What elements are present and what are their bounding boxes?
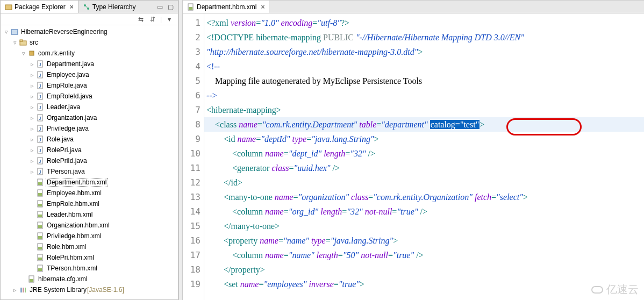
line-number: 18 — [183, 262, 204, 277]
expand-icon[interactable]: ▹ — [28, 72, 36, 78]
collapse-all-icon[interactable]: ⇆ — [137, 15, 145, 24]
hbm-icon — [187, 3, 195, 11]
tree-item[interactable]: ▿src — [1, 37, 178, 48]
tree-item[interactable]: Leader.hbm.xml — [1, 209, 178, 220]
expand-icon[interactable]: ▹ — [11, 287, 19, 294]
minimize-icon[interactable]: ▭ — [155, 3, 164, 11]
tree-item[interactable]: ▹JEmployee.java — [1, 69, 178, 80]
splitter[interactable] — [178, 0, 183, 300]
tree-item[interactable]: ▹JRolePri.java — [1, 145, 178, 155]
close-icon[interactable]: × — [261, 3, 264, 11]
token: </property> — [206, 265, 265, 274]
tree-item[interactable]: Department.hbm.xml — [1, 177, 178, 188]
code-line[interactable]: <many-to-one name="organization" class="… — [204, 190, 644, 204]
expand-icon[interactable]: ▹ — [28, 115, 36, 122]
line-gutter: 12345678910111213141516171819 — [183, 13, 204, 300]
code-line[interactable]: <generator class="uuid.hex" /> — [204, 161, 644, 175]
tree-item[interactable]: ▹JPriviledge.java — [1, 123, 178, 134]
tree-item[interactable]: ▿HibernateReverseEngineering — [1, 26, 178, 37]
code-line[interactable]: "http://hibernate.sourceforge.net/hibern… — [204, 45, 644, 59]
tree-item[interactable]: hibernate.cfg.xml — [1, 274, 178, 284]
expand-icon[interactable]: ▹ — [28, 104, 36, 111]
tree-item-label: Leader.java — [46, 103, 81, 111]
tree-item[interactable]: TPerson.hbm.xml — [1, 263, 178, 274]
library-icon — [19, 285, 27, 294]
code-line[interactable]: </property> — [204, 262, 644, 277]
tree-item-label: Department.java — [46, 60, 95, 68]
code-line[interactable]: <!-- — [204, 59, 644, 74]
tab-package-explorer[interactable]: Package Explorer × — [1, 1, 78, 13]
code-line[interactable]: <hibernate-mapping> — [204, 103, 644, 117]
tree-item[interactable]: ▹JDepartment.java — [1, 59, 178, 69]
code-line[interactable]: <?xml version="1.0" encoding="utf-8"?> — [204, 16, 644, 30]
svg-rect-4 — [11, 30, 18, 34]
code-line[interactable]: <!DOCTYPE hibernate-mapping PUBLIC "-//H… — [204, 30, 644, 45]
tree-item[interactable]: Priviledge.hbm.xml — [1, 231, 178, 241]
token: </many-to-one> — [206, 222, 280, 231]
java-icon: J — [36, 60, 45, 68]
view-menu-icon[interactable]: ▾ — [165, 15, 174, 24]
tree-item[interactable]: ▹JRE System Library [JavaSE-1.6] — [1, 284, 178, 295]
token: class — [351, 192, 368, 202]
expand-icon[interactable]: ▹ — [28, 61, 36, 68]
code-line[interactable]: <id name="deptId" type="java.lang.String… — [204, 132, 644, 146]
code-line[interactable]: <column name="name" length="50" not-null… — [204, 248, 644, 262]
package-tree[interactable]: ▿HibernateReverseEngineering▿src▿com.rk.… — [1, 25, 178, 299]
tree-item[interactable]: ▿com.rk.entity — [1, 48, 178, 59]
code-line[interactable]: <column name="org_id" length="32" not-nu… — [204, 204, 644, 219]
expand-icon[interactable]: ▹ — [28, 82, 36, 89]
tree-item[interactable]: ▹JEmpRole.java — [1, 80, 178, 91]
java-icon: J — [36, 92, 45, 101]
token: type — [292, 134, 306, 144]
code-line[interactable]: <set name="employees" inverse="true"> — [204, 277, 644, 291]
tree-item[interactable]: Role.hbm.xml — [1, 241, 178, 252]
tree-item[interactable]: ▹JTPerson.java — [1, 166, 178, 177]
tree-item[interactable]: Organization.hbm.xml — [1, 220, 178, 231]
expand-icon[interactable]: ▹ — [28, 158, 36, 165]
token: </id> — [206, 178, 242, 187]
code-line[interactable]: </id> — [204, 175, 644, 190]
svg-rect-50 — [20, 288, 22, 292]
editor-tab-department-hbm[interactable]: Department.hbm.xml × — [183, 1, 269, 13]
token: "utf-8" — [317, 18, 341, 27]
maximize-icon[interactable]: ▢ — [166, 3, 175, 11]
token: "uuid.hex" — [294, 163, 330, 173]
code-line[interactable]: <column name="dept_id" length="32" /> — [204, 146, 644, 161]
tree-item[interactable]: ▹JRolePriId.java — [1, 155, 178, 166]
code-line[interactable]: Mapping file autogenerated by MyEclipse … — [204, 74, 644, 88]
expand-icon[interactable]: ▹ — [28, 136, 36, 143]
expand-icon[interactable]: ▹ — [28, 125, 36, 132]
line-number: 8 — [183, 117, 204, 132]
close-icon[interactable]: × — [70, 3, 74, 11]
expand-icon[interactable]: ▿ — [3, 28, 10, 35]
tree-item[interactable]: Employee.hbm.xml — [1, 188, 178, 198]
link-editor-icon[interactable]: ⇵ — [148, 15, 157, 24]
token: name — [240, 280, 259, 289]
tree-item[interactable]: EmpRole.hbm.xml — [1, 198, 178, 209]
tab-type-hierarchy[interactable]: Type Hierarchy — [78, 1, 140, 13]
expand-icon[interactable]: ▿ — [20, 50, 27, 57]
expand-icon[interactable]: ▿ — [11, 39, 19, 46]
token: <generator — [206, 163, 271, 173]
code-line[interactable]: </many-to-one> — [204, 219, 644, 233]
token: xml — [215, 18, 231, 27]
expand-icon[interactable]: ▹ — [28, 93, 36, 100]
tree-item[interactable]: ▹JRole.java — [1, 134, 178, 145]
code-line[interactable]: <class name="com.rk.entity.Department" t… — [204, 117, 644, 132]
tree-item[interactable]: ▹JOrganization.java — [1, 112, 178, 123]
code-line[interactable]: --> — [204, 88, 644, 103]
tree-item[interactable]: ▹JLeader.java — [1, 102, 178, 112]
token: not-null — [361, 251, 388, 260]
code-area[interactable]: <?xml version="1.0" encoding="utf-8"?><!… — [204, 13, 644, 300]
token: <many-to-one — [206, 192, 275, 202]
svg-text:J: J — [39, 126, 41, 132]
tree-item-label: HibernateReverseEngineering — [20, 28, 108, 35]
tree-item[interactable]: ▹JEmpRoleId.java — [1, 91, 178, 102]
token: fetch — [475, 192, 491, 202]
expand-icon[interactable]: ▹ — [28, 168, 36, 175]
expand-icon[interactable]: ▹ — [28, 147, 36, 154]
java-icon: J — [36, 156, 45, 165]
tree-item[interactable]: RolePri.hbm.xml — [1, 252, 178, 263]
token: "true" — [397, 207, 418, 216]
code-line[interactable]: <property name="name" type="java.lang.St… — [204, 233, 644, 248]
